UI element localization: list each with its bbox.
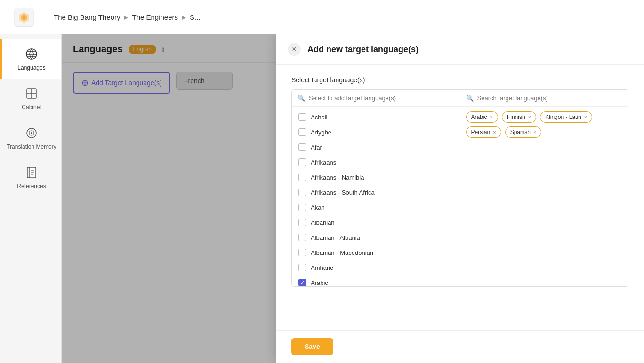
- languages-icon: [24, 47, 39, 62]
- language-item-afrikaans[interactable]: Afrikaans: [292, 155, 460, 170]
- tag-remove-persian[interactable]: ×: [493, 130, 496, 135]
- language-item-amharic[interactable]: Amharic: [292, 260, 460, 275]
- save-button[interactable]: Save: [291, 338, 333, 355]
- translation-memory-icon: [24, 126, 39, 141]
- language-label-afrikaans-south-africa: Afrikaans - South Africa: [311, 189, 375, 196]
- language-label-albanian-macedonian: Albanian - Macedonian: [311, 249, 373, 256]
- sidebar-item-cabinet[interactable]: Cabinet: [0, 79, 61, 118]
- tag-label-finnish: Finnish: [507, 114, 525, 120]
- modal-panel: × Add new target language(s) Select targ…: [276, 34, 644, 363]
- language-search-left: 🔍: [292, 90, 460, 107]
- search-icon-right: 🔍: [466, 95, 474, 102]
- checkbox-afar[interactable]: [298, 143, 306, 151]
- sidebar-label-tm: Translation Memory: [7, 143, 56, 150]
- breadcrumb: The Big Bang Theory ▶ The Engineers ▶ S.…: [54, 13, 201, 21]
- logo[interactable]: [10, 3, 38, 32]
- language-list: AcholiAdygheAfarAfrikaansAfrikaans - Nam…: [292, 107, 460, 286]
- search-icon-left: 🔍: [298, 95, 305, 102]
- selected-search-input[interactable]: [477, 95, 623, 102]
- language-item-akan[interactable]: Akan: [292, 200, 460, 215]
- selected-tags-area: Arabic×Finnish×Klingon - Latin×Persian×S…: [460, 107, 628, 286]
- language-item-afar[interactable]: Afar: [292, 140, 460, 155]
- language-item-adyghe[interactable]: Adyghe: [292, 125, 460, 140]
- sidebar-label-cabinet: Cabinet: [22, 104, 41, 110]
- tag-label-klingon-latin: Klingon - Latin: [545, 114, 581, 120]
- checkbox-albanian[interactable]: [298, 219, 306, 226]
- tag-persian: Persian×: [466, 126, 501, 138]
- language-label-albanian: Albanian: [311, 219, 335, 226]
- language-label-amharic: Amharic: [311, 264, 333, 271]
- topbar: The Big Bang Theory ▶ The Engineers ▶ S.…: [0, 0, 644, 34]
- language-item-arabic[interactable]: Arabic: [292, 275, 460, 286]
- language-list-panel: 🔍 AcholiAdygheAfarAfrikaansAfrikaans - N…: [292, 90, 460, 286]
- language-label-albanian-albania: Albanian - Albania: [311, 234, 360, 241]
- checkbox-albanian-macedonian[interactable]: [298, 249, 306, 256]
- sidebar-item-languages[interactable]: Languages: [0, 39, 61, 79]
- tag-klingon-latin: Klingon - Latin×: [540, 111, 592, 123]
- modal-overlay: × Add new target language(s) Select targ…: [62, 34, 644, 363]
- tag-label-spanish: Spanish: [510, 129, 531, 135]
- tag-remove-spanish[interactable]: ×: [533, 130, 536, 135]
- sidebar-label-references: References: [17, 183, 46, 189]
- language-item-albanian-albania[interactable]: Albanian - Albania: [292, 230, 460, 245]
- checkbox-acholi[interactable]: [298, 113, 306, 121]
- content-area: Languages English ℹ ⊕ Add Target Languag…: [62, 34, 644, 363]
- tag-label-persian: Persian: [471, 129, 491, 135]
- sidebar-item-references[interactable]: References: [0, 158, 61, 197]
- cabinet-icon: [24, 86, 39, 101]
- checkbox-afrikaans-south-africa[interactable]: [298, 189, 306, 196]
- tag-remove-klingon-latin[interactable]: ×: [584, 115, 587, 120]
- tag-remove-finnish[interactable]: ×: [528, 115, 531, 120]
- checkbox-arabic[interactable]: [298, 279, 306, 286]
- breadcrumb-arrow2: ▶: [182, 14, 186, 21]
- checkbox-akan[interactable]: [298, 204, 306, 211]
- checkbox-amharic[interactable]: [298, 264, 306, 271]
- breadcrumb-part2[interactable]: The Engineers: [132, 13, 178, 21]
- language-item-albanian-macedonian[interactable]: Albanian - Macedonian: [292, 245, 460, 260]
- tag-remove-arabic[interactable]: ×: [490, 115, 493, 120]
- tag-finnish: Finnish×: [502, 111, 536, 123]
- language-item-albanian[interactable]: Albanian: [292, 215, 460, 230]
- language-search-right: 🔍: [460, 90, 628, 107]
- selected-languages-panel: 🔍 Arabic×Finnish×Klingon - Latin×Persian…: [460, 90, 628, 286]
- language-item-acholi[interactable]: Acholi: [292, 110, 460, 125]
- topbar-divider: [46, 8, 46, 27]
- language-label-afar: Afar: [311, 144, 322, 151]
- breadcrumb-arrow1: ▶: [124, 14, 128, 21]
- breadcrumb-part3[interactable]: S...: [190, 13, 201, 21]
- sidebar-label-languages: Languages: [17, 64, 45, 71]
- tag-label-arabic: Arabic: [471, 114, 487, 120]
- language-label-afrikaans-namibia: Afrikaans - Namibia: [311, 174, 364, 181]
- references-icon: [24, 165, 39, 180]
- language-label-acholi: Acholi: [311, 114, 327, 121]
- language-item-afrikaans-south-africa[interactable]: Afrikaans - South Africa: [292, 185, 460, 200]
- sidebar-item-translation-memory[interactable]: Translation Memory: [0, 118, 61, 158]
- modal-close-button[interactable]: ×: [288, 43, 301, 56]
- modal-footer: Save: [276, 330, 644, 363]
- tag-arabic: Arabic×: [466, 111, 498, 123]
- svg-point-9: [31, 132, 32, 134]
- language-item-afrikaans-namibia[interactable]: Afrikaans - Namibia: [292, 170, 460, 185]
- select-language-label: Select target language(s): [291, 76, 628, 84]
- tag-spanish: Spanish×: [505, 126, 542, 138]
- language-search-input[interactable]: [309, 95, 454, 102]
- checkbox-albanian-albania[interactable]: [298, 234, 306, 241]
- breadcrumb-part1[interactable]: The Big Bang Theory: [54, 13, 120, 21]
- language-label-afrikaans: Afrikaans: [311, 159, 336, 166]
- sidebar: Languages Cabinet: [0, 34, 62, 363]
- checkbox-afrikaans[interactable]: [298, 158, 306, 166]
- checkbox-afrikaans-namibia[interactable]: [298, 174, 306, 181]
- language-label-adyghe: Adyghe: [311, 129, 331, 136]
- language-selector: 🔍 AcholiAdygheAfarAfrikaansAfrikaans - N…: [291, 89, 628, 287]
- modal-title: Add new target language(s): [307, 45, 419, 55]
- checkbox-adyghe[interactable]: [298, 128, 306, 136]
- modal-body: Select target language(s) 🔍 Achol: [276, 65, 644, 330]
- modal-header: × Add new target language(s): [276, 34, 644, 65]
- language-label-akan: Akan: [311, 204, 325, 211]
- language-label-arabic: Arabic: [311, 279, 328, 286]
